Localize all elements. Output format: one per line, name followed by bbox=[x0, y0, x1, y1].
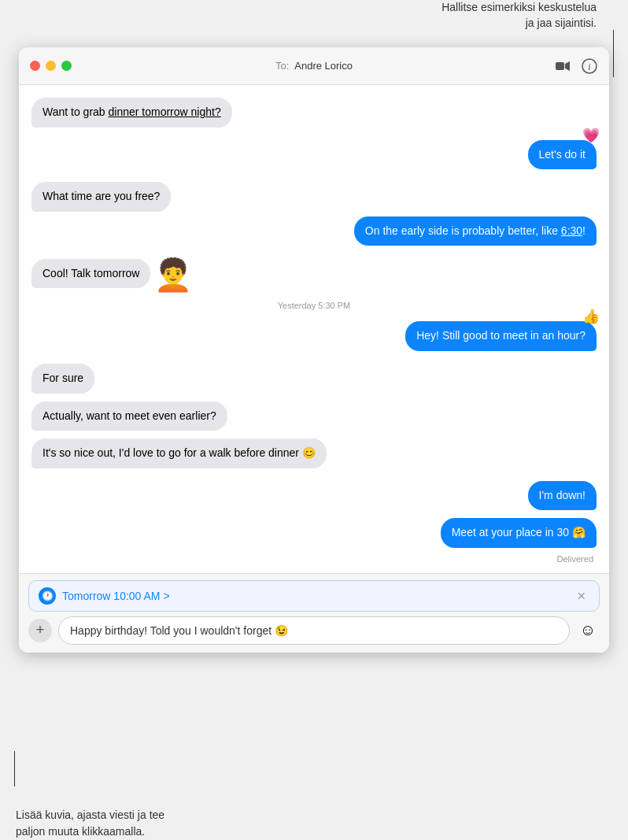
message-bubble: Want to grab dinner tomorrow night? bbox=[31, 98, 232, 128]
delivered-text: Delivered bbox=[557, 554, 593, 564]
timestamp: Yesterday 5:30 PM bbox=[31, 301, 597, 310]
scheduled-banner[interactable]: 🕐 Tomorrow 10:00 AM > ✕ bbox=[28, 580, 600, 612]
tapback-heart: 💗 bbox=[582, 126, 600, 146]
scheduled-close-button[interactable]: ✕ bbox=[574, 588, 589, 604]
message-row: On the early side is probably better, li… bbox=[31, 216, 597, 246]
svg-marker-1 bbox=[565, 61, 570, 71]
message-input-text: Happy birthday! Told you I wouldn't forg… bbox=[70, 624, 288, 637]
message-bubble: 👍 Hey! Still good to meet in an hour? bbox=[405, 321, 597, 351]
emoji-button[interactable]: ☺ bbox=[576, 619, 600, 642]
message-row: Want to grab dinner tomorrow night? bbox=[31, 98, 597, 128]
message-input[interactable]: Happy birthday! Told you I wouldn't forg… bbox=[58, 616, 570, 645]
message-bubble: Actually, want to meet even earlier? bbox=[31, 401, 227, 431]
timestamp-text: Yesterday 5:30 PM bbox=[278, 301, 351, 310]
message-row: Meet at your place in 30 🤗 bbox=[31, 518, 597, 548]
titlebar-recipient: To: Andre Lorico bbox=[275, 60, 353, 72]
message-bubble: It's so nice out, I'd love to go for a w… bbox=[31, 439, 327, 468]
titlebar: To: Andre Lorico i bbox=[19, 47, 609, 85]
annotation-bottom-line bbox=[14, 751, 15, 786]
time-link[interactable]: 6:30 bbox=[561, 224, 582, 237]
annotation-top-line bbox=[613, 30, 614, 77]
message-row: It's so nice out, I'd love to go for a w… bbox=[31, 439, 597, 468]
delivered-label: Delivered bbox=[31, 554, 593, 564]
message-row: 👍 Hey! Still good to meet in an hour? bbox=[31, 321, 597, 351]
message-row: For sure bbox=[31, 364, 597, 394]
input-row: + Happy birthday! Told you I wouldn't fo… bbox=[28, 616, 600, 645]
maximize-button[interactable] bbox=[61, 61, 72, 71]
scheduled-text: Tomorrow 10:00 AM > bbox=[62, 590, 170, 602]
message-row: What time are you free? bbox=[31, 182, 597, 212]
message-row: 💗 Let's do it bbox=[31, 140, 597, 170]
emoji-icon: ☺ bbox=[580, 621, 596, 639]
message-bubble: 💗 Let's do it bbox=[528, 140, 597, 170]
message-row: Actually, want to meet even earlier? bbox=[31, 401, 597, 431]
add-content-button[interactable]: + bbox=[28, 619, 52, 642]
plus-icon: + bbox=[36, 622, 45, 638]
message-bubble: What time are you free? bbox=[31, 182, 171, 212]
message-bubble: For sure bbox=[31, 364, 94, 394]
annotation-bottom: Lisää kuvia, ajasta viesti ja teepaljon … bbox=[16, 807, 236, 840]
message-row: Cool! Talk tomorrow 🧑‍🦱 bbox=[31, 255, 597, 288]
message-row: I'm down! bbox=[31, 481, 597, 511]
traffic-lights bbox=[30, 61, 72, 71]
messages-area: Want to grab dinner tomorrow night? 💗 Le… bbox=[19, 85, 609, 573]
titlebar-to-label: To: bbox=[275, 60, 289, 72]
close-button[interactable] bbox=[30, 61, 40, 71]
annotation-bottom-text: Lisää kuvia, ajasta viesti ja teepaljon … bbox=[16, 809, 164, 838]
recipient-name: Andre Lorico bbox=[294, 60, 353, 72]
svg-text:i: i bbox=[588, 61, 590, 72]
video-call-button[interactable] bbox=[554, 57, 571, 75]
svg-rect-0 bbox=[556, 62, 564, 70]
info-button[interactable]: i bbox=[581, 57, 598, 75]
message-text: Let's do it bbox=[539, 148, 586, 161]
tapback-thumbsup: 👍 bbox=[582, 307, 600, 327]
message-bubble: Cool! Talk tomorrow bbox=[31, 259, 150, 289]
input-area: 🕐 Tomorrow 10:00 AM > ✕ + Happy birthday… bbox=[19, 573, 609, 653]
scheduled-clock-icon: 🕐 bbox=[39, 587, 56, 605]
annotation-top-text: Hallitse esimerkiksi keskusteluaja jaa s… bbox=[441, 1, 597, 29]
message-bubble: On the early side is probably better, li… bbox=[354, 216, 597, 246]
titlebar-actions: i bbox=[554, 57, 598, 75]
annotation-top: Hallitse esimerkiksi keskusteluaja jaa s… bbox=[392, 0, 597, 31]
dinner-link[interactable]: dinner tomorrow night? bbox=[109, 105, 221, 118]
message-bubble: Meet at your place in 30 🤗 bbox=[441, 518, 597, 548]
messages-window: To: Andre Lorico i Want to grab dinn bbox=[19, 47, 609, 653]
message-bubble: I'm down! bbox=[528, 481, 597, 511]
memoji-sticker: 🧑‍🦱 bbox=[153, 255, 193, 294]
minimize-button[interactable] bbox=[46, 61, 56, 71]
